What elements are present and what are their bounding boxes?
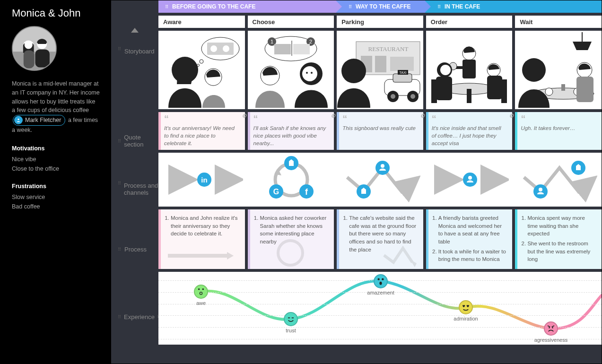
emotion-amazement[interactable] bbox=[374, 274, 388, 288]
row-label-process[interactable]: ⠿ Process bbox=[111, 218, 158, 280]
phase-bar: ⠿ BEFORE GOING TO THE CAFE ⠿ WAY TO THE … bbox=[158, 0, 602, 13]
storyboard-row: 1 2 R bbox=[158, 28, 602, 109]
row-labels-column: ⠿ Storyboard ⠿ Quote section ⠿ Process a… bbox=[111, 0, 158, 364]
svg-point-3 bbox=[25, 41, 33, 49]
emotion-agressiveness[interactable] bbox=[544, 321, 558, 336]
quote-cell[interactable]: ⚙ “ I'll ask Sarah if she knows any nice… bbox=[248, 112, 334, 150]
storyboard-cell-order[interactable] bbox=[426, 31, 513, 109]
storyboard-cell-parking[interactable]: RESTAURANT TAXI bbox=[337, 31, 423, 109]
svg-rect-22 bbox=[293, 44, 310, 54]
accent-bar bbox=[426, 209, 428, 269]
stage-header[interactable]: Wait bbox=[515, 16, 602, 28]
emotion-admiration[interactable] bbox=[459, 300, 473, 314]
svg-text:G: G bbox=[273, 188, 279, 196]
persona-desc-pre: Monica is a mid-level manager at an IT c… bbox=[12, 80, 100, 113]
svg-line-92 bbox=[552, 326, 554, 327]
svg-rect-21 bbox=[274, 44, 291, 54]
channel-cell-order[interactable] bbox=[424, 153, 513, 207]
svg-point-13 bbox=[223, 45, 229, 52]
svg-rect-53 bbox=[487, 76, 502, 99]
gear-icon[interactable]: ⚙ bbox=[420, 112, 425, 120]
stage-header[interactable]: Order bbox=[426, 16, 513, 28]
row-label-process-channels[interactable]: ⠿ Process and channels bbox=[111, 161, 158, 218]
emotion-awe[interactable] bbox=[194, 285, 208, 299]
svg-point-26 bbox=[302, 66, 317, 81]
storyboard-cell-choose[interactable]: 1 2 bbox=[248, 31, 334, 109]
accent-bar bbox=[426, 112, 428, 150]
svg-text:TAXI: TAXI bbox=[400, 71, 407, 74]
svg-rect-43 bbox=[467, 89, 471, 103]
process-channels-row: in G f bbox=[158, 153, 602, 207]
svg-point-82 bbox=[539, 188, 542, 191]
accent-bar bbox=[158, 112, 161, 150]
accent-bar bbox=[337, 209, 339, 269]
persona-title: Monica & John bbox=[12, 7, 100, 19]
grip-icon[interactable]: ⠿ bbox=[118, 182, 121, 184]
chip-label: Mark Fletcher bbox=[25, 116, 61, 125]
svg-point-74 bbox=[381, 164, 384, 168]
phase-in-cafe[interactable]: ⠿ IN THE CAFE bbox=[425, 0, 602, 13]
process-cell[interactable]: Monica and John realize it's their anniv… bbox=[158, 209, 245, 269]
grip-icon[interactable]: ⠿ bbox=[118, 48, 122, 50]
svg-point-94 bbox=[552, 327, 553, 329]
experience-row[interactable]: awetrustamazementadmirationagressiveness bbox=[158, 272, 602, 345]
emotion-label: amazement bbox=[367, 290, 394, 295]
svg-point-28 bbox=[311, 72, 313, 74]
gear-icon[interactable]: ⚙ bbox=[509, 112, 514, 120]
collapse-arrow-icon[interactable] bbox=[131, 28, 139, 33]
svg-rect-51 bbox=[431, 79, 437, 103]
gear-icon[interactable]: ⚙ bbox=[242, 112, 247, 120]
storyboard-cell-wait[interactable] bbox=[515, 31, 602, 109]
stage-header[interactable]: Parking bbox=[337, 16, 423, 28]
stage-header[interactable]: Choose bbox=[248, 16, 334, 28]
frustrations-heading: Frustrations bbox=[12, 183, 100, 190]
stage-headers-row: Aware Choose Parking Order Wait bbox=[158, 13, 602, 28]
grip-icon[interactable]: ⠿ bbox=[118, 140, 121, 142]
svg-point-78 bbox=[468, 176, 472, 180]
row-label-experience[interactable]: ⠿ Experience bbox=[111, 280, 158, 353]
emotion-trust[interactable] bbox=[284, 312, 298, 326]
list-item: Bad coffee bbox=[12, 202, 100, 211]
svg-point-39 bbox=[391, 94, 395, 99]
stage-header[interactable]: Aware bbox=[158, 16, 245, 28]
svg-rect-6 bbox=[24, 50, 35, 68]
svg-point-41 bbox=[341, 59, 366, 83]
channel-cell-wait[interactable] bbox=[513, 153, 602, 207]
gear-icon[interactable]: ⚙ bbox=[331, 112, 336, 120]
quote-cell[interactable]: ⚙ “ It's nice inside and that smell of c… bbox=[426, 112, 513, 150]
emotion-label: awe bbox=[196, 300, 206, 306]
svg-point-7 bbox=[17, 119, 19, 120]
grip-icon[interactable]: ⠿ bbox=[349, 4, 352, 9]
process-cell[interactable]: The cafe's website said the cafe was at … bbox=[337, 209, 423, 269]
accent-bar bbox=[248, 209, 250, 269]
quote-icon: “ bbox=[521, 116, 596, 121]
channel-cell-aware[interactable]: in bbox=[158, 153, 247, 207]
process-cell[interactable]: Monica asked her coworker Sarah whether … bbox=[248, 209, 334, 269]
mention-chip[interactable]: Mark Fletcher bbox=[13, 115, 65, 126]
quote-cell[interactable]: “ Ugh. It takes forever… bbox=[515, 112, 602, 150]
process-cell[interactable]: Monica spent way more time waiting than … bbox=[515, 209, 602, 269]
grip-icon[interactable]: ⠿ bbox=[165, 4, 168, 9]
svg-rect-31 bbox=[375, 56, 386, 72]
phase-before[interactable]: ⠿ BEFORE GOING TO THE CAFE bbox=[158, 0, 336, 13]
svg-rect-50 bbox=[436, 77, 452, 100]
quote-cell[interactable]: ⚙ “ It's our anniversary! We need to fin… bbox=[158, 112, 245, 150]
process-cell[interactable]: A friendly barista greeted Monica and we… bbox=[426, 209, 513, 269]
grip-icon[interactable]: ⠿ bbox=[437, 4, 441, 9]
row-label-storyboard[interactable]: ⠿ Storyboard bbox=[111, 39, 158, 121]
svg-point-27 bbox=[306, 72, 308, 74]
grip-icon[interactable]: ⠿ bbox=[118, 248, 122, 251]
quote-cell[interactable]: ⚙ “ This signboard was really cute bbox=[337, 112, 423, 150]
channel-cell-parking[interactable] bbox=[336, 153, 424, 207]
emotion-label: trust bbox=[286, 328, 296, 333]
grip-icon[interactable]: ⠿ bbox=[118, 316, 121, 318]
row-label-quote[interactable]: ⠿ Quote section bbox=[111, 121, 158, 161]
journey-map-grid: ⠿ BEFORE GOING TO THE CAFE ⠿ WAY TO THE … bbox=[158, 0, 602, 364]
phase-way[interactable]: ⠿ WAY TO THE CAFFE bbox=[336, 0, 425, 13]
accent-bar bbox=[337, 112, 339, 150]
emotion-label: agressiveness bbox=[534, 337, 567, 343]
persona-sidebar: Monica & John Monica is a mid-level mana… bbox=[0, 0, 111, 364]
storyboard-cell-aware[interactable] bbox=[158, 31, 245, 109]
channel-cell-choose[interactable]: G f bbox=[247, 153, 335, 207]
svg-point-9 bbox=[200, 60, 203, 63]
